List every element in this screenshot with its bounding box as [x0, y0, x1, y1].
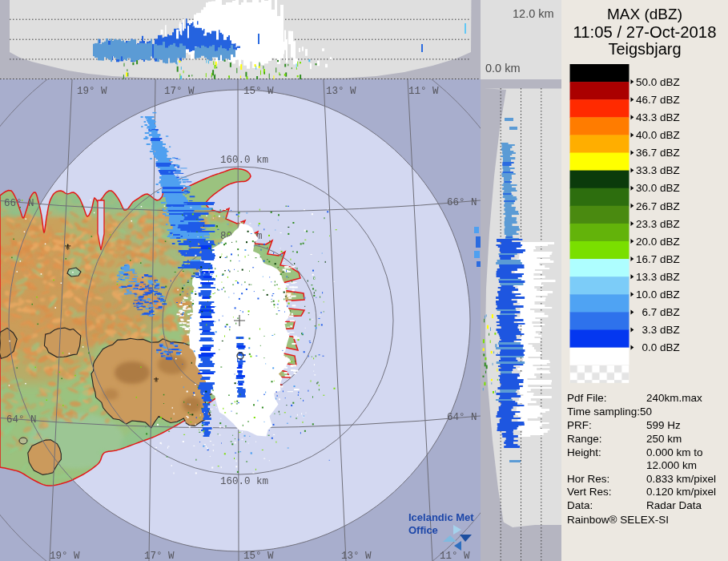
- svg-text:50.0 dBZ: 50.0 dBZ: [636, 76, 680, 88]
- svg-text:250 km: 250 km: [646, 433, 682, 445]
- svg-text:6.7 dBZ: 6.7 dBZ: [642, 306, 680, 318]
- svg-text:40.0 dBZ: 40.0 dBZ: [636, 129, 680, 141]
- svg-text:46.7 dBZ: 46.7 dBZ: [636, 94, 680, 106]
- svg-text:Rainbow® SELEX-SI: Rainbow® SELEX-SI: [567, 514, 669, 526]
- svg-text:Data:: Data:: [567, 499, 593, 511]
- svg-text:17° W: 17° W: [144, 551, 175, 561]
- svg-text:13.3 dBZ: 13.3 dBZ: [636, 271, 680, 283]
- svg-text:64° N: 64° N: [6, 414, 37, 426]
- svg-text:26.7 dBZ: 26.7 dBZ: [636, 200, 680, 212]
- svg-text:⚜: ⚜: [153, 376, 159, 384]
- svg-text:Range:: Range:: [567, 433, 602, 445]
- svg-text:15° W: 15° W: [243, 551, 274, 561]
- svg-text:Vert Res:: Vert Res:: [567, 486, 612, 498]
- svg-text:0.0 dBZ: 0.0 dBZ: [642, 341, 680, 353]
- svg-text:19° W: 19° W: [77, 86, 107, 97]
- svg-text:240km.max: 240km.max: [646, 392, 702, 404]
- svg-text:30.0 dBZ: 30.0 dBZ: [636, 182, 680, 194]
- svg-text:160.0 km: 160.0 km: [220, 155, 268, 166]
- svg-text:Icelandic Met: Icelandic Met: [408, 511, 474, 523]
- svg-text:Office: Office: [408, 524, 438, 536]
- svg-text:66° N: 66° N: [4, 198, 34, 209]
- svg-text:Time sampling:50: Time sampling:50: [567, 406, 652, 418]
- svg-text:0.000 km to: 0.000 km to: [646, 446, 703, 458]
- svg-text:11:05 / 27-Oct-2018: 11:05 / 27-Oct-2018: [573, 23, 717, 41]
- svg-text:33.3 dBZ: 33.3 dBZ: [636, 164, 680, 176]
- svg-text:⚜: ⚜: [64, 242, 72, 252]
- svg-text:3.3 dBZ: 3.3 dBZ: [642, 324, 680, 336]
- svg-text:10.0 dBZ: 10.0 dBZ: [636, 289, 680, 301]
- svg-text:17° W: 17° W: [164, 86, 195, 97]
- svg-text:599 Hz: 599 Hz: [646, 419, 681, 431]
- svg-text:11° W: 11° W: [408, 86, 439, 97]
- svg-text:23.3 dBZ: 23.3 dBZ: [636, 218, 680, 230]
- svg-text:0.120 km/pixel: 0.120 km/pixel: [646, 486, 716, 498]
- svg-text:19° W: 19° W: [50, 551, 80, 561]
- svg-text:12.000 km: 12.000 km: [646, 459, 697, 471]
- svg-text:66° N: 66° N: [447, 197, 477, 208]
- svg-text:13° W: 13° W: [341, 551, 372, 561]
- svg-text:Hor Res:: Hor Res:: [567, 473, 609, 485]
- svg-text:11° W: 11° W: [440, 551, 470, 561]
- svg-text:0.0 km: 0.0 km: [485, 62, 521, 75]
- svg-text:Radar Data: Radar Data: [646, 499, 702, 511]
- svg-text:Pdf File:: Pdf File:: [567, 392, 607, 404]
- svg-text:15° W: 15° W: [243, 86, 274, 97]
- svg-text:16.7 dBZ: 16.7 dBZ: [636, 253, 680, 265]
- svg-text:PRF:: PRF:: [567, 419, 592, 431]
- svg-text:64° N: 64° N: [447, 412, 477, 423]
- svg-text:MAX (dBZ): MAX (dBZ): [607, 6, 682, 22]
- svg-text:13° W: 13° W: [326, 86, 356, 97]
- svg-text:Teigsbjarg: Teigsbjarg: [608, 40, 681, 58]
- svg-text:43.3 dBZ: 43.3 dBZ: [636, 111, 680, 123]
- svg-text:12.0 km: 12.0 km: [513, 7, 554, 20]
- svg-text:20.0 dBZ: 20.0 dBZ: [636, 236, 680, 248]
- svg-text:0.833 km/pixel: 0.833 km/pixel: [646, 473, 716, 485]
- svg-text:36.7 dBZ: 36.7 dBZ: [636, 147, 680, 159]
- svg-text:Height:: Height:: [567, 446, 601, 458]
- svg-text:160.0 km: 160.0 km: [220, 476, 268, 487]
